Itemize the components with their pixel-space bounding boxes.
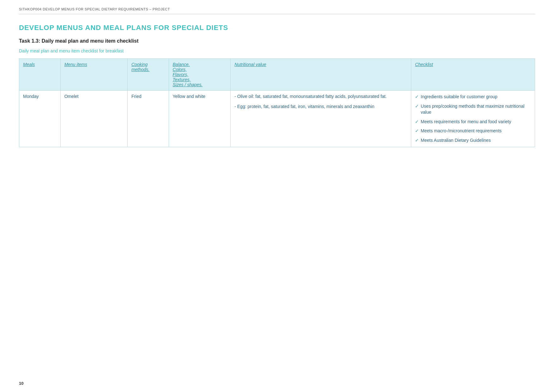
checkmark-icon-3: ✓ [415,119,419,124]
checkmark-icon-2: ✓ [415,104,419,109]
page-wrapper: SITHKOP004 DEVELOP MENUS FOR SPECIAL DIE… [0,0,554,392]
col-header-balance: Balance. Colors, Flavors, Textures, Size… [169,59,231,91]
section-subtitle: Daily meal plan and menu item checklist … [19,48,535,53]
checkmark-icon-1: ✓ [415,94,419,99]
balance-extra-1: Colors, [173,67,187,72]
checkmark-icon-5: ✓ [415,138,419,143]
table-row: Monday Omelet Fried Yellow and white - O… [19,91,535,147]
header-subtitle: SITHKOP004 DEVELOP MENUS FOR SPECIAL DIE… [19,7,170,11]
header-bar: SITHKOP004 DEVELOP MENUS FOR SPECIAL DIE… [19,6,535,14]
checkmark-icon-4: ✓ [415,128,419,133]
checklist-text-3: Meets requirements for menu and food var… [421,119,511,125]
checklist-text-2: Uses prep/cooking methods that maximize … [421,103,531,116]
checklist-item-5: ✓ Meets Australian Dietary Guidelines [415,137,531,144]
checklist-item-1: ✓ Ingredients suitable for customer grou… [415,94,531,100]
balance-extra-2: Flavors, [173,72,189,77]
cell-balance: Yellow and white [169,91,231,147]
meal-plan-table: Meals Menu items Cooking methods. Balanc… [19,58,535,147]
balance-extra-4: Sizes / shapes. [173,82,203,87]
table-header-row: Meals Menu items Cooking methods. Balanc… [19,59,535,91]
cell-nutritional: - Olive oil: fat, saturated fat, monouns… [231,91,411,147]
col-header-meals: Meals [19,59,61,91]
checklist-item-3: ✓ Meets requirements for menu and food v… [415,119,531,125]
col-header-menu-items: Menu items [60,59,127,91]
nutritional-line-2: - Egg: protein, fat, saturated fat, iron… [234,104,374,109]
cell-meals: Monday [19,91,61,147]
cell-checklist: ✓ Ingredients suitable for customer grou… [411,91,535,147]
col-header-nutritional: Nutritional value [231,59,411,91]
balance-extra-3: Textures, [173,77,191,82]
checklist-item-4: ✓ Meets macro-/micronutrient requirement… [415,128,531,134]
nutritional-line-1: - Olive oil: fat, saturated fat, monouns… [234,94,387,99]
main-title: DEVELOP MENUS AND MEAL PLANS FOR SPECIAL… [19,24,535,32]
cell-menu-items: Omelet [60,91,127,147]
col-header-checklist: Checklist [411,59,535,91]
checklist-text-5: Meets Australian Dietary Guidelines [421,137,491,144]
col-header-cooking: Cooking methods. [127,59,169,91]
checklist-text-1: Ingredients suitable for customer group [421,94,497,100]
cell-cooking: Fried [127,91,169,147]
checklist-item-2: ✓ Uses prep/cooking methods that maximiz… [415,103,531,116]
task-title: Task 1.3: Daily meal plan and menu item … [19,38,535,44]
page-number: 10 [19,381,23,386]
checklist-text-4: Meets macro-/micronutrient requirements [421,128,502,134]
